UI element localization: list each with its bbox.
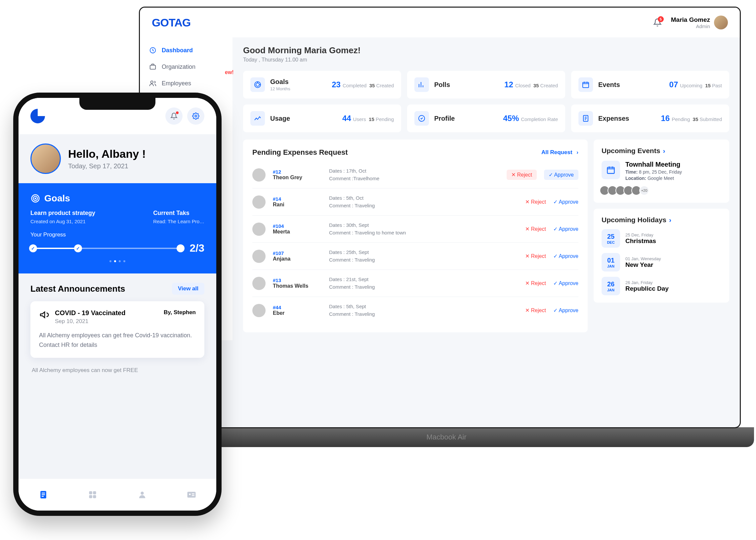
panel-title[interactable]: Upcoming Events›: [601, 147, 721, 155]
panel-title[interactable]: Upcoming Holidays›: [601, 216, 721, 224]
sidebar-item-dashboard[interactable]: Dashboard: [140, 42, 232, 59]
goal-created: Created on Aug 31, 2021: [31, 218, 95, 224]
event-time: Time: 8 pm, 25 Dec, Friday: [625, 169, 682, 175]
sidebar-item-organization[interactable]: Organization: [140, 59, 232, 75]
events-icon: [578, 77, 593, 92]
holiday-date: 26 Jan, Friday: [625, 280, 669, 285]
stat-title: Usage: [270, 115, 290, 122]
stat-values: 16Pending 35 Submitted: [661, 114, 722, 123]
reject-button[interactable]: ✕ Reject: [525, 253, 546, 259]
person-icon: [138, 490, 147, 499]
date-badge: 25DEC: [601, 229, 620, 248]
expense-number[interactable]: #107: [273, 250, 329, 256]
expense-number[interactable]: #12: [273, 169, 329, 175]
stat-values: 07Upcoming 15 Past: [669, 80, 722, 89]
user-avatar[interactable]: [31, 144, 61, 174]
svg-point-2: [151, 81, 153, 83]
more-count: +20: [639, 186, 649, 196]
stat-title: Events: [598, 81, 620, 89]
requester-avatar: [252, 222, 266, 236]
svg-rect-8: [607, 167, 614, 174]
holiday-item[interactable]: 25DEC 25 Dec, FridayChristmas: [601, 229, 721, 248]
goals-title: Goals: [44, 193, 70, 204]
sidebar-item-employees[interactable]: Employees: [140, 75, 232, 91]
expense-number[interactable]: #13: [273, 277, 329, 283]
approve-button[interactable]: ✓ Approve: [553, 253, 578, 259]
settings-button[interactable]: [187, 107, 204, 125]
stat-values: 45%Completion Rate: [503, 114, 558, 123]
target-icon: [31, 194, 40, 203]
stat-card-events[interactable]: Events 07Upcoming 15 Past: [571, 71, 729, 98]
tab-id[interactable]: [185, 488, 198, 501]
holiday-date: 01 Jan, Wenesday: [625, 256, 661, 261]
profile-icon: [414, 111, 429, 126]
holiday-name: New Year: [625, 261, 661, 269]
brand-logo[interactable]: GOTAG: [152, 16, 190, 29]
requester-avatar: [252, 250, 266, 263]
stat-card-usage[interactable]: Usage 44Users 15 Pending: [243, 104, 401, 132]
expense-number[interactable]: #14: [273, 196, 329, 202]
stat-card-polls[interactable]: Polls 12Closed 35 Created: [407, 71, 565, 98]
reject-button[interactable]: ✕ Reject: [525, 226, 546, 232]
tab-home[interactable]: [37, 488, 50, 501]
view-all-button[interactable]: View all: [172, 283, 204, 295]
announcement-card[interactable]: COVID - 19 Vaccinated Sep 10, 2021 By, S…: [31, 301, 204, 358]
notifications-button[interactable]: 5: [653, 18, 662, 27]
goals-card[interactable]: Goals Learn product strategy Created on …: [19, 183, 216, 273]
date-badge: 26JAN: [601, 277, 620, 295]
svg-rect-18: [93, 491, 96, 494]
sidebar-label: Employees: [162, 80, 191, 87]
reject-button[interactable]: ✕ Reject: [525, 307, 546, 314]
current-task-label: Current Taks: [153, 210, 204, 216]
attendee-avatars: +20: [601, 186, 721, 196]
polls-icon: [414, 77, 429, 92]
stat-card-goals[interactable]: Goals12 Months 23Completed 35 Created: [243, 71, 401, 98]
expenses-title: Pending Expenses Request: [252, 148, 348, 157]
svg-point-9: [195, 115, 197, 117]
approve-button[interactable]: ✓ Approve: [553, 280, 578, 286]
requester-name: Anjana: [273, 256, 329, 262]
carousel-dots[interactable]: [31, 260, 204, 262]
progress-label: Your Progress: [31, 231, 204, 238]
approve-button[interactable]: ✓ Approve: [553, 199, 578, 205]
notification-dot: [176, 111, 179, 114]
svg-point-12: [35, 198, 36, 199]
usage-icon: [250, 111, 265, 126]
stat-values: 44Users 15 Pending: [342, 114, 394, 123]
step-pending-icon: [177, 244, 185, 252]
stat-sub: 12 Months: [270, 86, 290, 91]
approve-button[interactable]: ✓ Approve: [553, 307, 578, 314]
reject-button[interactable]: ✕ Reject: [525, 199, 546, 205]
reject-button[interactable]: ✕ Reject: [507, 170, 537, 180]
stats-grid: Goals12 Months 23Completed 35 Created Po…: [243, 71, 729, 132]
user-menu[interactable]: Maria Gomez Admin: [671, 16, 728, 30]
stat-card-expenses[interactable]: Expenses 16Pending 35 Submitted: [571, 104, 729, 132]
expense-number[interactable]: #44: [273, 305, 329, 310]
requester-name: Meerta: [273, 229, 329, 235]
card-title: COVID - 19 Vaccinated: [55, 309, 125, 317]
expense-details: Dates : 17th, OctComment :Travelhome: [329, 167, 507, 182]
main-content: Good Morning Maria Gomez! Today , Thursd…: [232, 37, 740, 340]
expense-details: Dates : 25th, SeptComment : Traveling: [329, 249, 525, 264]
upcoming-holidays-panel: Upcoming Holidays› 25DEC 25 Dec, FridayC…: [594, 209, 729, 303]
holiday-item[interactable]: 01JAN 01 Jan, WenesdayNew Year: [601, 253, 721, 271]
reject-button[interactable]: ✕ Reject: [525, 280, 546, 286]
expense-number[interactable]: #104: [273, 223, 329, 229]
expense-details: Dates : 5th, SeptComment : Traveling: [329, 303, 525, 318]
organization-icon: [149, 63, 157, 70]
requester-avatar: [252, 277, 266, 290]
approve-button[interactable]: ✓ Approve: [553, 226, 578, 232]
bottom-tabbar: [19, 479, 216, 510]
brand-logo[interactable]: [31, 109, 45, 123]
all-request-link[interactable]: All Request ›: [541, 149, 578, 156]
notifications-button[interactable]: [165, 107, 183, 125]
stat-card-profile[interactable]: Profile 45%Completion Rate: [407, 104, 565, 132]
requester-avatar: [252, 196, 266, 209]
approve-button[interactable]: ✓ Approve: [544, 170, 578, 180]
holiday-item[interactable]: 26JAN 26 Jan, FridayRepublicc Day: [601, 277, 721, 295]
tab-grid[interactable]: [86, 488, 99, 501]
stat-title: Goals: [270, 78, 290, 86]
stat-title: Polls: [434, 81, 450, 89]
tab-profile[interactable]: [136, 488, 149, 501]
svg-rect-1: [150, 65, 156, 69]
